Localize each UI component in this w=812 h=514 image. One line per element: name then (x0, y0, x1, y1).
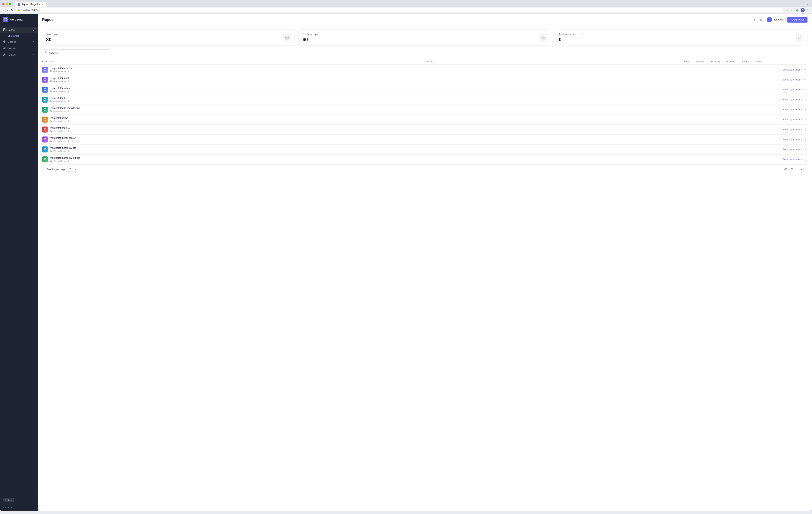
svg-rect-75 (68, 161, 69, 162)
address-bar[interactable]: 🔒 localhost:3300/repos (15, 8, 784, 12)
svg-rect-39 (45, 90, 46, 91)
info-button[interactable]: ℹ (780, 78, 782, 82)
list-view-button[interactable]: ☰ (758, 17, 764, 22)
sidebar-item-settings[interactable]: Settings ∨ (0, 52, 37, 58)
set-up-sync-types-link[interactable]: Set up sync types (782, 98, 800, 101)
info-button[interactable]: ℹ (780, 108, 782, 112)
info-button[interactable]: ℹ (780, 68, 782, 72)
delete-button[interactable]: 🗑 (803, 148, 808, 151)
close-dot[interactable] (2, 3, 4, 5)
svg-rect-31 (44, 78, 45, 79)
delete-button[interactable]: 🗑 (803, 88, 808, 91)
maximize-dot[interactable] (9, 3, 11, 5)
delete-button[interactable]: 🗑 (803, 68, 808, 72)
menu-button[interactable]: ⋮ (806, 8, 810, 12)
forward-button[interactable]: › (6, 8, 9, 12)
repo-details: mergestat/termbar GitHub Repos (50, 87, 70, 93)
repo-meta: GitHub Repos (50, 130, 70, 133)
delete-button[interactable]: 🗑 (803, 158, 808, 161)
window-controls[interactable]: ⌄ (806, 2, 810, 6)
repo-details: mergestat/timediff GitHub Repos (50, 77, 70, 83)
info-button[interactable]: ℹ (780, 118, 782, 121)
search-input-wrapper: 🔍 (42, 50, 110, 56)
new-tab-button[interactable]: + (46, 1, 51, 6)
collapse-button[interactable]: « Collapse (3, 506, 35, 509)
reload-button[interactable]: ↻ (10, 8, 14, 12)
search-bar: 🔍 (42, 50, 808, 56)
set-up-sync-types-link[interactable]: Set up sync types (782, 78, 800, 81)
delete-button[interactable]: 🗑 (803, 118, 808, 121)
profile-button[interactable]: P (801, 8, 805, 12)
sidebar-item-queries[interactable]: Queries ∨ (0, 38, 37, 45)
set-up-sync-types-link[interactable]: Set up sync types (782, 68, 800, 71)
svg-rect-53 (44, 120, 45, 120)
set-up-sync-types-link[interactable]: Set up sync types (782, 148, 800, 151)
table-row: mergestat/scribe GitHub Repos (42, 115, 808, 125)
table-row: mergestat/pqueue GitHub Repos (42, 125, 808, 135)
stat-label-total-syncs: Total repo syncs (302, 33, 320, 35)
extensions-button[interactable]: 🧩 (795, 8, 800, 12)
github-icon (50, 100, 52, 103)
set-up-sync-types-link[interactable]: Set up sync types (782, 118, 800, 121)
info-button[interactable]: ℹ (780, 88, 782, 91)
set-up-sync-types-link[interactable]: Set up sync types (782, 128, 800, 131)
row-actions: ℹ Set up sync types › 🗑 (766, 68, 808, 72)
svg-rect-42 (45, 98, 46, 99)
repo-source: GitHub Repos (53, 130, 66, 132)
repo-details: mergestat/sqlc-compile-bug GitHub Repos (50, 107, 80, 113)
delete-button[interactable]: 🗑 (803, 98, 808, 102)
repo-meta: GitHub Repos (50, 140, 76, 143)
info-button[interactable]: ℹ (780, 138, 782, 141)
bookmark-button[interactable]: ☆ (790, 8, 794, 12)
repo-name: mergestat/treequery (50, 67, 72, 69)
lock-icon (68, 120, 70, 122)
info-button[interactable]: ℹ (780, 158, 782, 161)
set-up-sync-types-link[interactable]: Set up sync types (782, 138, 800, 141)
table-row: mergestat/sqlq GitHub Repos (42, 95, 808, 105)
repo-meta: GitHub Repos (50, 100, 70, 103)
tab-close-button[interactable]: ✕ (41, 3, 43, 6)
repo-avatar (42, 97, 48, 103)
svg-rect-50 (68, 111, 69, 112)
row-chevron-icon: › (801, 148, 802, 151)
lock-icon (68, 100, 70, 103)
repo-details: mergestat/mysql-server GitHub Repos (50, 137, 76, 143)
delete-button[interactable]: 🗑 (803, 108, 808, 112)
col-header-error: Error (738, 60, 751, 63)
back-button[interactable]: ‹ (2, 8, 5, 12)
add-repos-button[interactable]: + Add Repos (787, 17, 808, 23)
row-chevron-icon: › (801, 98, 802, 101)
browser-tabs: Repos - MergeStat ✕ + (15, 1, 51, 7)
lock-icon (68, 90, 70, 92)
svg-rect-27 (45, 68, 46, 69)
app-container: MergeStat Repos ∧ Git Sources (0, 14, 812, 511)
search-input[interactable] (49, 51, 107, 54)
per-page-select[interactable]: 20 50 100 (66, 167, 77, 172)
info-button[interactable]: ℹ (780, 148, 782, 151)
set-up-sync-types-link[interactable]: Set up sync types (782, 108, 800, 111)
row-actions: ℹ Set up sync types › 🗑 (766, 98, 808, 102)
info-button[interactable]: ℹ (780, 98, 782, 102)
set-up-sync-types-link[interactable]: Set up sync types (782, 88, 800, 91)
sidebar-item-git-sources[interactable]: Git Sources (0, 33, 37, 38)
sidebar-item-repos[interactable]: Repos ∧ (0, 27, 37, 33)
svg-rect-28 (44, 70, 45, 71)
repo-info: mergestat/termbar GitHub Repos (42, 87, 425, 93)
delete-button[interactable]: 🗑 (803, 127, 808, 132)
github-icon (50, 110, 52, 113)
grid-view-button[interactable]: ⊞ (752, 17, 757, 22)
tab-title: Repos - MergeStat (22, 3, 40, 6)
table-row: mergestat/mergestat-lite GitHub Repos (42, 145, 808, 154)
active-tab[interactable]: Repos - MergeStat ✕ (15, 2, 46, 7)
minimize-dot[interactable] (6, 3, 8, 5)
prev-page-button[interactable]: ‹ (795, 167, 798, 171)
svg-rect-44 (45, 99, 46, 101)
set-up-sync-types-link[interactable]: Set up sync types (782, 158, 800, 161)
next-page-button[interactable]: › (800, 167, 803, 171)
delete-button[interactable]: 🗑 (803, 78, 808, 82)
delete-button[interactable]: 🗑 (803, 138, 808, 141)
sidebar-item-connect[interactable]: Connect (0, 45, 37, 52)
info-button[interactable]: ℹ (780, 128, 782, 132)
download-button[interactable]: ⬇ (785, 8, 789, 12)
table-section: 🔍 Repository Last sync Total Queued Runn… (37, 50, 812, 178)
